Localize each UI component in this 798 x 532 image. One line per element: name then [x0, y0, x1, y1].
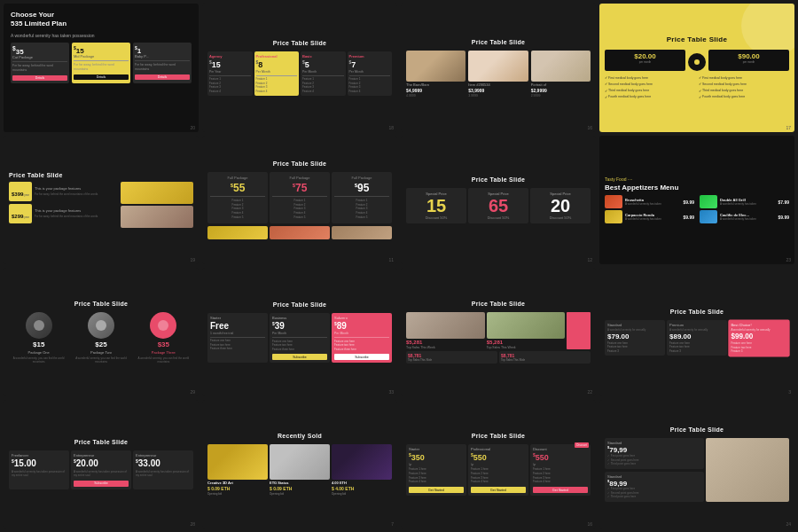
slide-8: Tasty Food ···· Best Appetizers Menu Bru… [599, 136, 794, 264]
s15-btn-1[interactable]: Get Started [409, 487, 464, 493]
s11-bottom-1: $8,781 Top Sales This Slide [406, 351, 497, 364]
s2-pkg-4: Premium $7 Per Month Feature 1Feature 2F… [348, 51, 393, 97]
s8-food-img-2 [700, 195, 717, 208]
slide-15-num: 16 [587, 521, 592, 527]
s1-price-1: $35 [12, 45, 67, 56]
slide-12: Price Table Slide Standard A wonderful s… [599, 268, 794, 396]
s15-btn-3[interactable]: Get Started [533, 487, 588, 493]
slide-9: Price Table Slide $15 Package One A wond… [4, 268, 199, 396]
slide-13-title: Price Table Slide [74, 439, 129, 445]
s1-price-2: $15 [74, 45, 129, 55]
slide-6-cards: Full Package $55 Feature 1Feature 2Featu… [207, 172, 392, 223]
s16-left: Standard $79,99 ✓ First point goes here✓… [605, 438, 704, 501]
s11-item-1: $5,281 Top Sales This Week [406, 312, 485, 349]
s8-food-img-1 [605, 195, 622, 208]
slide-13-num: 28 [190, 521, 195, 527]
s8-items: Bruschetta A wonderful serenity has take… [605, 195, 789, 223]
s5-img-arch [121, 206, 193, 228]
s10-card-1: Starter Free 1 month free trial Feature … [207, 313, 268, 363]
slide-4-features: ✓ First medical body goes here ✓ Second … [605, 74, 789, 100]
s10-btn-2[interactable]: Subscribe [272, 354, 327, 360]
s1-btn-1[interactable]: Details [12, 75, 67, 81]
s10-card-3: Subzero $89 Per Month Feature one hereFe… [332, 313, 392, 363]
slide-6-title: Price Table Slide [273, 160, 327, 167]
slide-1-title: Choose Your535 Limited Plan [11, 11, 66, 29]
slide-5: Price Table Slide $399/year This is your… [4, 136, 199, 264]
s8-food-img-3 [605, 210, 622, 223]
s9-pkg-1: $15 Package One A wonderful serenity, yo… [9, 312, 68, 364]
s13-btn[interactable]: Subscribe [74, 481, 129, 487]
s5-pkg-1: $399/year This is your package featuresF… [9, 182, 118, 201]
s15-card-2: Professional $550 /yr Feature 1 hereFeat… [468, 444, 528, 496]
s5-img-flower [121, 182, 193, 204]
s9-circle-3 [150, 312, 176, 339]
s15-card-3: Discount Discount $550 /yr Feature 1 her… [530, 444, 591, 496]
s8-food-img-4 [700, 210, 717, 223]
slide-7-num: 12 [587, 257, 592, 262]
slide-7-title: Price Table Slide [472, 176, 526, 183]
s3-item-1: The Barn/Barn $4,9999 4.9999 [406, 51, 466, 98]
slide-15-title: Price Table Slide [472, 433, 526, 439]
s1-detail-2: For far away, behind the word mountains [74, 63, 129, 72]
s8-title: Best Appetizers Menu [605, 184, 789, 192]
s4-price-2: $90.00 per month [708, 50, 789, 71]
s16-plan-1: Standard $79,99 ✓ First point goes here✓… [605, 438, 704, 468]
slide-1-cards: $35 Cut Package For far away, behind the… [11, 43, 192, 83]
s8-item-price-3: $9.99 [683, 215, 694, 220]
slide-10-title: Price Table Slide [273, 301, 327, 308]
slide-14-items: Creative 3D Art $ 0.09 ETH Opening bid E… [207, 444, 392, 496]
s15-btn-2[interactable]: Get Started [471, 487, 526, 493]
s6-img-2 [270, 226, 330, 239]
s13-card-3: Entrepreneur $33.00 A wonderful serenity… [133, 450, 193, 489]
s11-img-2 [487, 312, 566, 339]
slide-13: Price Table Slide Freelancer $15.00 A wo… [4, 400, 199, 528]
slide-16-num: 24 [786, 521, 791, 527]
s8-item-1: Bruschetta A wonderful serenity has take… [605, 195, 789, 208]
s14-img-2 [270, 444, 330, 480]
slide-14-title: Recently Sold [278, 433, 322, 439]
slide-grid: Choose Your535 Limited Plan A wonderful … [0, 0, 798, 532]
slide-3-items: The Barn/Barn $4,9999 4.9999 Item #29053… [406, 51, 591, 98]
s10-btn-3[interactable]: Subscribe [334, 354, 389, 360]
s9-circle-2 [88, 312, 114, 339]
s9-circle-1 [26, 312, 52, 339]
slide-15: Price Table Slide Starter $350 /yr Featu… [401, 400, 596, 528]
s8-header: Tasty Food ···· Best Appetizers Menu [605, 176, 789, 195]
s2-pkg-2: Professional $8 Per Month Feature 1Featu… [254, 51, 300, 97]
s1-btn-3[interactable]: Details [135, 74, 190, 80]
slide-1-num: 20 [190, 125, 195, 130]
slide-9-packages: $15 Package One A wonderful serenity, yo… [9, 312, 193, 364]
slide-10: Price Table Slide Starter Free 1 month f… [202, 268, 397, 396]
s6-img-3 [332, 226, 392, 239]
slide-16-title: Price Table Slide [670, 426, 724, 433]
s12-card-3: Best Choice! A wonderful serenity for an… [728, 319, 789, 356]
s7-card-3: Special Price 20 Discount 50% [530, 188, 591, 223]
s14-item-3: 4.00 ETH $ 4.00 ETH Opening bid [332, 444, 392, 496]
slide-9-num: 29 [190, 389, 195, 395]
s10-card-2: Business $39 Per Month Feature one hereF… [270, 313, 330, 363]
s1-label-1: Cut Package [12, 55, 67, 59]
slide-4-num: 17 [786, 125, 791, 130]
slide-16-content: Standard $79,99 ✓ First point goes here✓… [605, 438, 789, 501]
slide-3: Price Table Slide The Barn/Barn $4,9999 … [401, 4, 596, 132]
s1-btn-2[interactable]: Details [74, 74, 129, 80]
s1-label-3: Baby P... [135, 54, 190, 59]
s14-img-3 [332, 444, 392, 480]
s5-pkg-2: $299/year This is your package featuresF… [9, 204, 118, 223]
s3-img-3 [531, 51, 591, 82]
slide-1-subtitle: A wonderful serenity has taken possessio… [11, 33, 95, 38]
slide-2: Price Table Slide Agency $15 Per Year Fe… [202, 4, 397, 132]
s1-card-3: $1 Baby P... For far away, behind the wo… [133, 43, 192, 83]
s6-card-2: Full Package $75 Feature 1Feature 2Featu… [270, 172, 330, 223]
s3-img-1 [406, 51, 466, 82]
s1-card-2: $15 Mid Package For far away, behind the… [72, 43, 130, 83]
slide-13-cards: Freelancer $15.00 A wonderful serenity h… [9, 450, 193, 489]
slide-12-cards: Standard A wonderful serenity for annual… [605, 320, 789, 356]
s8-item-2: Carpaccio Ronda A wonderful serenity has… [605, 210, 789, 223]
s2-pkg-1: Agency $15 Per Year Feature 1Feature 2Fe… [207, 51, 253, 97]
s11-item-2: $5,281 Top Sales This Week [487, 312, 566, 349]
slide-4-prices: $20.00 per month $90.00 per month [605, 50, 789, 71]
slide-14-num: 7 [391, 521, 394, 527]
slide-6: Price Table Slide Full Package $55 Featu… [202, 136, 397, 264]
slide-12-title: Price Table Slide [670, 309, 724, 315]
